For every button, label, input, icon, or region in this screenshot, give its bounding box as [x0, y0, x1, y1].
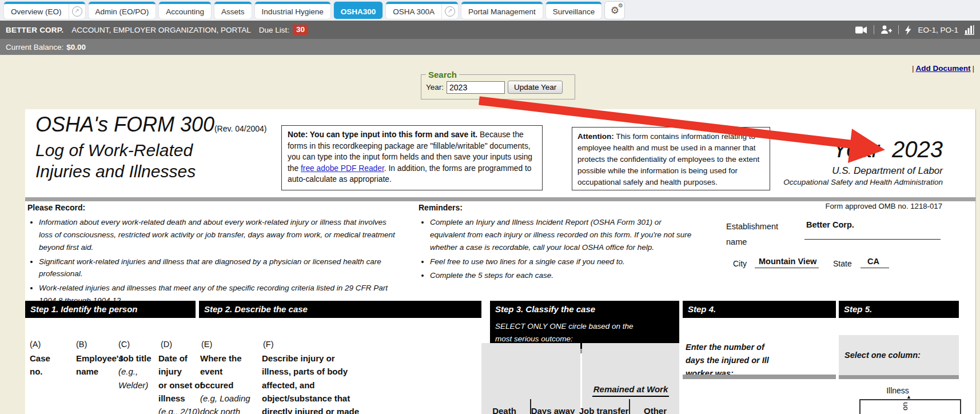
osha300a-popout-button[interactable]: ↗ [441, 4, 458, 19]
due-list-count-badge[interactable]: 30 [293, 25, 308, 35]
city-underline [755, 268, 819, 268]
column-letter-e: (E) [201, 340, 212, 349]
divider [898, 25, 899, 34]
column-letter-c: (C) [118, 340, 130, 349]
state-value[interactable]: CA [867, 257, 879, 266]
search-panel: Search Year: Update Year [421, 70, 575, 99]
tab-admin-group: Admin (EO/PO) [89, 2, 156, 19]
form-year: Year2023 [711, 137, 943, 162]
omb-approval: Form approved OMB no. 1218-017 [654, 202, 942, 210]
city-label: City [733, 259, 747, 268]
year-block: Year2023 U.S. Department of Labor Occupa… [711, 137, 943, 186]
classify-right-panel [582, 343, 679, 414]
note-lead: Note: You can type input into this form … [288, 130, 477, 139]
osha-form-300: OSHA's FORM 300(Rev. 04/2004) Log of Wor… [25, 109, 976, 414]
column-e-header: Where the event occured (e.g, Loading do… [200, 352, 250, 414]
popout-arrow-icon: ↗ [445, 6, 455, 17]
reminders-section: Reminders: Complete an Injury and Illnes… [419, 203, 692, 284]
account-header-bar: BETTER CORP. ACCOUNT, EMPLOYER ORGANIZAT… [0, 21, 980, 39]
city-value[interactable]: Mountain View [759, 257, 816, 266]
please-record-heading: Please Record: [27, 203, 398, 212]
osha-administration: Occupational Safety and Health Administr… [711, 178, 943, 186]
form-year-value: 2023 [892, 137, 943, 162]
settings-gear-button[interactable]: ⚙⚙ [605, 2, 624, 19]
column-a-header: Caseno. [30, 352, 50, 379]
step4-header: Step 4. [683, 301, 836, 318]
bar-chart-icon[interactable] [965, 25, 974, 35]
tab-industrial-hygiene[interactable]: Industrial Hygiene [255, 4, 330, 19]
days-away-column-label: Days away [527, 406, 579, 414]
divider [874, 25, 874, 34]
company-name: BETTER CORP. [6, 26, 63, 34]
please-record-bullet: Significant work-related injuries and il… [39, 256, 398, 281]
entity-ids: EO-1, PO-1 [918, 26, 958, 34]
reminders-bullet: Complete the 5 steps for each case. [430, 269, 692, 282]
step4-shadow [683, 375, 836, 379]
lightning-icon[interactable] [905, 25, 911, 35]
search-legend: Search [426, 70, 459, 79]
reminders-bullet: Feel free to use two lines for a single … [430, 256, 692, 268]
establishment-label: Establishment name [726, 219, 778, 250]
gear-icon: ⚙⚙ [611, 5, 619, 17]
form-subtitle: Log of Work-Related Injuries and Illness… [35, 140, 241, 182]
balance-bar: Current Balance: $0.00 [0, 39, 980, 55]
attention-lead: Attention: [577, 132, 614, 141]
establishment-value[interactable]: Better Corp. [806, 220, 854, 229]
column-c-header: Job title (e.g., Welder) [118, 352, 152, 392]
column-b-header: Employee'sname [76, 352, 124, 379]
tab-surveillance-group: Surveillance [546, 2, 602, 19]
tab-osha-300a[interactable]: OSHA 300A [386, 4, 441, 19]
column-f-header: Describe injury or illness, parts of bod… [262, 352, 359, 414]
illness-columns-box [859, 399, 961, 414]
step1-header: Step 1. Identify the person [25, 301, 196, 318]
tab-admin-eo-po[interactable]: Admin (EO/PO) [89, 4, 156, 19]
step3-header: Step 3. Classify the case SELECT ONLY ON… [490, 301, 679, 349]
tab-surveillance[interactable]: Surveillance [546, 4, 602, 19]
tab-assets[interactable]: Assets [214, 4, 252, 19]
tab-overview-eo[interactable]: Overview (EO) [4, 4, 69, 19]
due-list-label: Due List: [259, 26, 289, 34]
rotated-column-label: on [901, 402, 909, 410]
video-camera-icon[interactable] [855, 26, 867, 34]
tab-osha300-active[interactable]: OSHA300 [334, 4, 383, 19]
tab-overview-group: Overview (EO) ↗ [4, 2, 85, 19]
form-revision: (Rev. 04/2004) [214, 124, 267, 133]
tab-accounting[interactable]: Accounting [159, 4, 211, 19]
establishment-underline [804, 239, 941, 240]
app-window: Overview (EO) ↗ Admin (EO/PO) Accounting… [0, 0, 980, 414]
step5-shadow [839, 375, 959, 379]
state-underline [861, 268, 889, 268]
year-input[interactable] [447, 81, 505, 94]
death-column-label: Death [487, 406, 522, 414]
column-letter-a: (A) [30, 340, 41, 349]
add-document-link[interactable]: Add Document [914, 64, 972, 73]
job-transfer-column-label: Job transfer [575, 406, 632, 414]
top-tab-bar: Overview (EO) ↗ Admin (EO/PO) Accounting… [0, 0, 980, 21]
please-record-bullet: Information about every work-related dea… [39, 216, 398, 254]
tab-accounting-group: Accounting [159, 2, 211, 19]
balance-label: Current Balance: [6, 43, 63, 51]
overview-popout-button[interactable]: ↗ [69, 4, 85, 19]
update-year-button[interactable]: Update Year [508, 81, 563, 94]
state-label: State [833, 259, 852, 268]
column-letter-b: (B) [76, 340, 87, 349]
add-document-link-row: |Add Document| [912, 64, 974, 73]
pipe: | [972, 64, 974, 73]
reminders-bullet: Complete an Injury and Illness Incident … [430, 216, 692, 254]
column-letter-f: (F) [263, 340, 274, 349]
note-box: Note: You can type input into this form … [281, 125, 543, 190]
section-divider [25, 197, 975, 201]
column-letter-d: (D) [161, 340, 172, 349]
column-d-header: Date of injury or onset of illness (e.g.… [158, 352, 203, 414]
add-user-icon[interactable] [881, 25, 892, 34]
tab-assets-group: Assets [214, 2, 252, 19]
workspace: |Add Document| Search Year: Update Year … [0, 55, 980, 414]
pdf-reader-link[interactable]: free adobe PDF Reader [301, 164, 384, 173]
step2-header: Step 2. Describe the case [199, 301, 481, 318]
dept-of-labor: U.S. Department of Labor [711, 165, 943, 177]
form-title: OSHA's FORM 300(Rev. 04/2004) [35, 113, 267, 137]
popout-arrow-icon: ↗ [72, 6, 82, 17]
year-label: Year: [426, 83, 444, 91]
tab-portal-management[interactable]: Portal Management [461, 4, 543, 19]
please-record-section: Please Record: Information about every w… [27, 203, 398, 309]
